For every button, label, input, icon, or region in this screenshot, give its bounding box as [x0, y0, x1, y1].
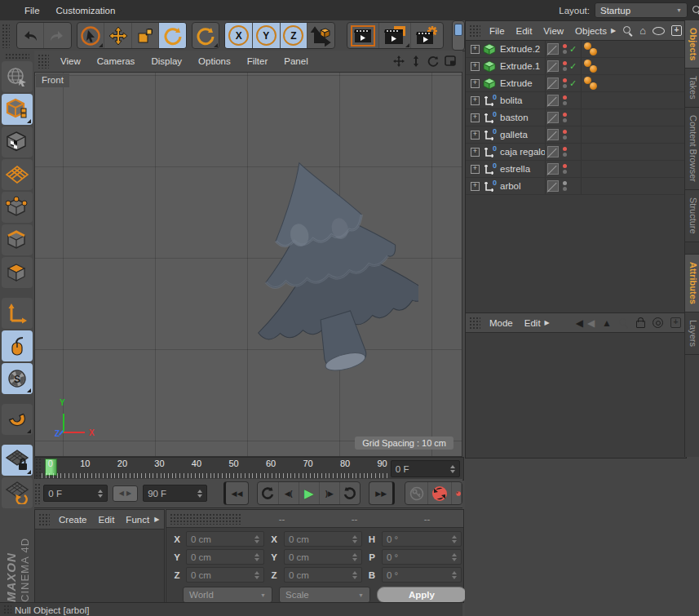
stepper-icon[interactable]	[98, 490, 103, 498]
tag-area[interactable]	[583, 75, 608, 91]
points-mode-button[interactable]	[2, 192, 33, 223]
lock-y-axis-button[interactable]: Y	[253, 23, 281, 48]
render-picture-viewer-button[interactable]	[379, 23, 411, 48]
rotation-b-field[interactable]: 0 °	[382, 567, 462, 583]
tab-objects[interactable]: Objects	[685, 20, 699, 69]
vp-menu-view[interactable]: View	[52, 56, 89, 66]
position-y-field[interactable]: 0 cm	[186, 549, 264, 565]
vp-menu-options[interactable]: Options	[190, 56, 239, 66]
next-key-button[interactable]	[340, 482, 360, 504]
coordinate-system-dropdown[interactable]: World▼	[183, 587, 272, 603]
object-row-arbol[interactable]: + 0 arbol ✓	[466, 178, 686, 195]
position-z-field[interactable]: 0 cm	[186, 567, 264, 583]
transform-mode-dropdown[interactable]: Scale▼	[279, 587, 370, 603]
visibility-dots[interactable]	[563, 44, 567, 54]
home-icon[interactable]: ⌂	[639, 27, 646, 35]
zoom-view-icon[interactable]	[410, 55, 422, 67]
attr-menu-edit[interactable]: Edit	[519, 318, 542, 328]
lock-x-axis-button[interactable]: X	[225, 23, 253, 48]
layer-icon[interactable]	[547, 180, 559, 192]
add-panel-icon[interactable]: +	[671, 25, 682, 36]
rotation-h-field[interactable]: 0 °	[382, 531, 462, 547]
edit-menu[interactable]: Edit	[93, 515, 121, 525]
tab-takes[interactable]: Takes	[685, 69, 699, 108]
sidebar-grip[interactable]	[5, 53, 29, 60]
menu-overflow-icon[interactable]: ▶	[542, 319, 553, 326]
rotate-view-icon[interactable]	[427, 55, 439, 67]
apply-button[interactable]: Apply	[377, 587, 467, 603]
lock-workplane-button[interactable]	[2, 445, 33, 476]
workplane-mode-button[interactable]	[2, 159, 33, 190]
range-end-field[interactable]: 90 F	[143, 485, 207, 502]
tag-icon[interactable]	[590, 65, 597, 73]
layout-dropdown[interactable]: Startup ▼	[595, 2, 688, 18]
funct-menu[interactable]: Funct	[120, 515, 151, 525]
tab-structure[interactable]: Structure	[685, 190, 699, 242]
camera-label[interactable]: Front	[36, 73, 69, 87]
viewport-solo-button[interactable]	[2, 330, 33, 361]
visibility-dots[interactable]	[563, 78, 567, 88]
ruler-grip[interactable]	[35, 458, 42, 480]
previous-frame-button[interactable]: ◀(	[279, 482, 299, 504]
range-start-field[interactable]: 0 F	[43, 485, 108, 502]
expand-icon[interactable]: +	[471, 113, 480, 122]
go-to-start-button[interactable]: ◀◀	[223, 481, 250, 505]
undo-button[interactable]	[17, 23, 45, 48]
viewport-menubar-grip[interactable]	[38, 54, 49, 69]
focus-target-icon[interactable]	[653, 317, 663, 328]
vp-menu-display[interactable]: Display	[143, 56, 190, 66]
object-row-estrella[interactable]: + 0 estrella ✓	[466, 161, 686, 178]
om-menu-file[interactable]: File	[484, 26, 511, 36]
enabled-check-icon[interactable]: ✓	[569, 44, 577, 55]
vp-menu-panel[interactable]: Panel	[276, 56, 316, 66]
layer-icon[interactable]	[547, 78, 559, 89]
search-icon[interactable]	[623, 26, 633, 36]
tag-area[interactable]	[583, 41, 608, 57]
search-icon[interactable]	[619, 318, 629, 328]
visibility-filter-icon[interactable]	[653, 27, 665, 35]
polygons-mode-button[interactable]	[2, 257, 33, 288]
expand-icon[interactable]: +	[471, 45, 480, 54]
coordinate-system-button[interactable]	[307, 23, 334, 48]
expand-icon[interactable]: +	[471, 165, 480, 174]
layer-icon[interactable]	[547, 95, 559, 106]
tree-model[interactable]	[227, 158, 418, 374]
keyframe-selection-button[interactable]	[452, 482, 462, 504]
toggle-panel-icon[interactable]	[445, 55, 456, 66]
layer-icon[interactable]	[547, 129, 559, 140]
object-row-extrude1[interactable]: + Extrude.1 ✓	[466, 58, 686, 75]
lock-z-axis-button[interactable]: Z	[281, 23, 308, 48]
play-button[interactable]: ▶	[299, 482, 320, 504]
texture-mode-button[interactable]	[2, 126, 33, 157]
layer-icon[interactable]	[547, 60, 559, 72]
tag-area[interactable]	[583, 58, 608, 74]
visibility-dots[interactable]	[563, 61, 567, 71]
history-back-icon[interactable]: ◀	[576, 317, 583, 329]
position-x-field[interactable]: 0 cm	[186, 531, 264, 547]
next-frame-button[interactable]: )▶	[320, 482, 340, 504]
stepper-icon[interactable]	[197, 490, 202, 498]
size-y-field[interactable]: 0 cm	[284, 549, 362, 565]
viewport-canvas[interactable]: Front Y	[34, 72, 462, 457]
expand-icon[interactable]: +	[471, 182, 480, 191]
menu-overflow-icon[interactable]: ▶	[608, 27, 619, 34]
size-z-field[interactable]: 0 cm	[284, 567, 362, 583]
enabled-check-icon[interactable]: ✓	[569, 78, 577, 89]
make-editable-button[interactable]	[2, 61, 33, 92]
current-frame-field[interactable]: 0 F	[391, 460, 460, 477]
range-nudge-button[interactable]: ◀ ▶	[113, 485, 138, 502]
expand-icon[interactable]: +	[471, 131, 480, 140]
tab-layers[interactable]: Layers	[685, 312, 699, 355]
rotate-tool-button[interactable]	[159, 23, 186, 48]
enabled-check-icon[interactable]: ✓	[569, 61, 577, 72]
rotation-p-field[interactable]: 0 °	[382, 549, 462, 565]
layer-icon[interactable]	[547, 112, 559, 123]
om-menu-objects[interactable]: Objects	[569, 26, 608, 36]
expand-icon[interactable]: +	[471, 148, 480, 157]
last-tool-rotate-button[interactable]	[192, 23, 219, 48]
menu-overflow-icon[interactable]: ▶	[151, 516, 162, 523]
tag-icon[interactable]	[590, 82, 597, 90]
model-mode-button[interactable]	[2, 94, 33, 125]
magnet-snap-button[interactable]	[2, 404, 33, 435]
tab-attributes[interactable]: Attributes	[685, 255, 699, 312]
